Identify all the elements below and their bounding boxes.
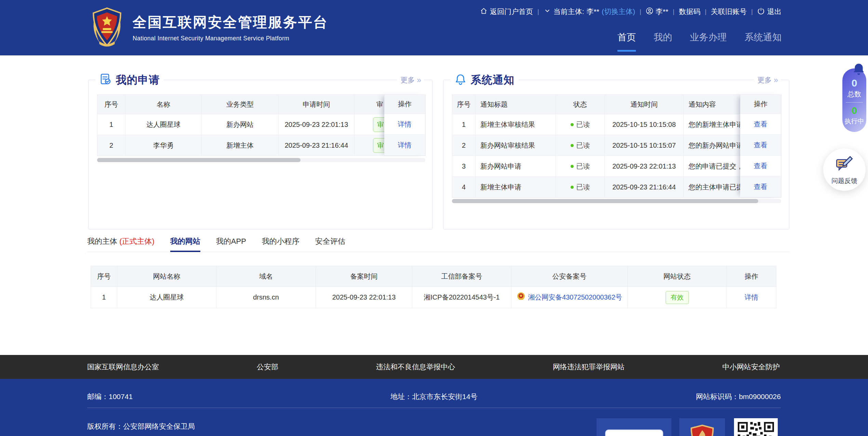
bell-icon xyxy=(454,73,467,87)
cell-time: 2025-09-23 21:16:44 xyxy=(605,177,684,198)
cell-time: 2025-09-23 21:16:44 xyxy=(279,135,355,156)
scrollbar-thumb[interactable] xyxy=(452,199,758,203)
scrollbar-thumb[interactable] xyxy=(97,158,301,162)
gov-website-badge[interactable]: 政府网站 xyxy=(597,418,671,436)
switch-subject-link[interactable]: (切换主体) xyxy=(602,7,635,16)
user-icon xyxy=(646,7,653,16)
task-counter-widget[interactable]: 0 总数 0 执行中 xyxy=(842,68,866,132)
view-link[interactable]: 查看 xyxy=(754,182,767,191)
nav-home[interactable]: 首页 xyxy=(617,31,636,52)
tab-security-assessment[interactable]: 安全评估 xyxy=(315,237,345,252)
double-chevron-right-icon: » xyxy=(774,76,777,85)
address: 地址：北京市东长安街14号 xyxy=(318,392,549,401)
cell-time: 2025-09-23 22:01:13 xyxy=(605,156,684,177)
table-row: 3 新办网站申请 已读 2025-09-23 22:01:13 您的申请已提交， xyxy=(452,156,782,177)
page: 全国互联网安全管理服务平台 National Internet Security… xyxy=(0,0,868,436)
cell-title: 新增主体申请 xyxy=(476,177,556,198)
home-icon xyxy=(480,7,488,16)
footer-links-bar: 国家互联网信息办公室 公安部 违法和不良信息举报中心 网络违法犯罪举报网站 中小… xyxy=(0,355,868,379)
cell-no: 4 xyxy=(452,177,476,198)
col-type: 业务类型 xyxy=(202,95,279,114)
link-old-account[interactable]: 关联旧账号 xyxy=(711,7,747,16)
cell-no: 1 xyxy=(91,287,117,308)
feedback-button[interactable]: 问题反馈 xyxy=(823,148,866,191)
chevron-down-icon xyxy=(544,7,551,16)
table-row: 2 李华勇 新增主体 2025-09-23 21:16:44 审 xyxy=(97,135,426,156)
cell-no: 1 xyxy=(452,114,476,135)
header: 全国互联网安全管理服务平台 National Internet Security… xyxy=(0,0,868,55)
task-bell-icon[interactable] xyxy=(852,63,866,76)
police-record-badge[interactable] xyxy=(679,418,725,436)
horizontal-scrollbar[interactable] xyxy=(97,158,425,162)
detail-link[interactable]: 详情 xyxy=(398,120,412,129)
police-badge-icon xyxy=(517,292,525,303)
brand: 全国互联网安全管理服务平台 National Internet Security… xyxy=(90,5,328,49)
cell-time: 2025-09-23 22:01:13 xyxy=(279,114,355,135)
portal-home-link[interactable]: 返回门户首页 xyxy=(480,7,533,16)
subject-type-label: (正式主体) xyxy=(119,237,155,246)
col-action: 操作 xyxy=(727,266,776,287)
col-no: 序号 xyxy=(452,95,476,114)
police-record-link[interactable]: 湘公网安备43072502000362号 xyxy=(528,293,622,302)
cell-title: 新办网站审核结果 xyxy=(476,135,556,156)
footer-link-sme-protection[interactable]: 中小网站安全防护 xyxy=(722,362,780,372)
detail-link[interactable]: 详情 xyxy=(745,293,758,301)
cell-action: 详情 xyxy=(727,287,776,308)
tab-my-subject[interactable]: 我的主体 (正式主体) xyxy=(87,237,155,252)
valid-status-badge: 有效 xyxy=(666,291,689,304)
table-header-row: 序号 通知标题 状态 通知时间 通知内容 xyxy=(452,95,782,114)
view-link[interactable]: 查看 xyxy=(754,141,767,150)
fixed-action-column: 操作 查看 查看 查看 查看 xyxy=(740,94,781,197)
table-header-row: 序号 网站名称 域名 备案时间 工信部备案号 公安备案号 网站状态 操作 xyxy=(91,266,776,287)
col-time: 申请时间 xyxy=(279,95,355,114)
cell-miit-number: 湘ICP备2022014543号-1 xyxy=(412,287,511,308)
user-menu[interactable]: 李** xyxy=(646,7,668,16)
cell-title: 新办网站申请 xyxy=(476,156,556,177)
site-title: 全国互联网安全管理服务平台 xyxy=(133,13,328,32)
view-link[interactable]: 查看 xyxy=(754,120,767,129)
footer-link-cybercrime-report[interactable]: 网络违法犯罪举报网站 xyxy=(553,362,625,372)
logout-link[interactable]: 退出 xyxy=(757,7,782,16)
col-no: 序号 xyxy=(97,95,125,114)
tab-my-apps[interactable]: 我的APP xyxy=(216,237,246,252)
table-row: 1 达人圈星球 drsns.cn 2025-09-23 22:01:13 湘IC… xyxy=(91,287,776,308)
cell-police-number: 湘公网安备43072502000362号 xyxy=(511,287,628,308)
cell-status: 已读 xyxy=(556,114,605,135)
task-total-label: 总数 xyxy=(842,90,866,99)
col-police-number: 公安备案号 xyxy=(511,266,628,287)
footer-link-cac[interactable]: 国家互联网信息办公室 xyxy=(87,362,159,372)
cell-no: 1 xyxy=(97,114,125,135)
nav-notifications[interactable]: 系统通知 xyxy=(745,31,782,52)
site-identification-code: 网站标识码：bm09000026 xyxy=(550,392,781,401)
col-time: 通知时间 xyxy=(605,95,684,114)
divider xyxy=(87,408,781,408)
nav-business[interactable]: 业务办理 xyxy=(690,31,727,52)
footer-link-report-center[interactable]: 违法和不良信息举报中心 xyxy=(376,362,455,372)
current-subject-switcher[interactable]: 当前主体: 李** (切换主体) xyxy=(544,7,635,16)
notifications-more-link[interactable]: 更多» xyxy=(754,75,781,85)
cell-record-time: 2025-09-23 22:01:13 xyxy=(316,287,412,308)
feedback-label: 问题反馈 xyxy=(831,176,857,185)
separator: | xyxy=(751,8,753,15)
double-chevron-right-icon: » xyxy=(417,76,420,85)
nav-mine[interactable]: 我的 xyxy=(654,31,672,52)
detail-link[interactable]: 详情 xyxy=(398,141,412,150)
my-assets-tabs: 我的主体 (正式主体) 我的网站 我的APP 我的小程序 安全评估 xyxy=(87,237,790,252)
separator: | xyxy=(537,8,539,15)
notifications-table: 序号 通知标题 状态 通知时间 通知内容 1 新增主体审核结果 已读 2025-… xyxy=(452,94,781,198)
brand-text: 全国互联网安全管理服务平台 National Internet Security… xyxy=(133,13,328,42)
site-subtitle: National Internet Security Management Se… xyxy=(133,35,328,42)
col-record-time: 备案时间 xyxy=(316,266,412,287)
tab-my-websites[interactable]: 我的网站 xyxy=(170,237,200,252)
separator: | xyxy=(673,8,675,15)
applications-panel-header: 我的申请 xyxy=(95,71,164,89)
footer-link-mps[interactable]: 公安部 xyxy=(257,362,278,372)
tab-my-miniprograms[interactable]: 我的小程序 xyxy=(262,237,299,252)
notifications-panel: 系统通知 更多» 序号 通知标题 状态 通知时间 通知内容 1 新增主体审核结果… xyxy=(443,80,789,229)
applications-more-link[interactable]: 更多» xyxy=(397,75,424,85)
data-code-link[interactable]: 数据码 xyxy=(679,7,700,16)
view-link[interactable]: 查看 xyxy=(754,161,767,171)
task-running-value: 0 xyxy=(842,105,866,116)
col-action: 操作 xyxy=(384,94,425,114)
horizontal-scrollbar[interactable] xyxy=(452,199,781,203)
